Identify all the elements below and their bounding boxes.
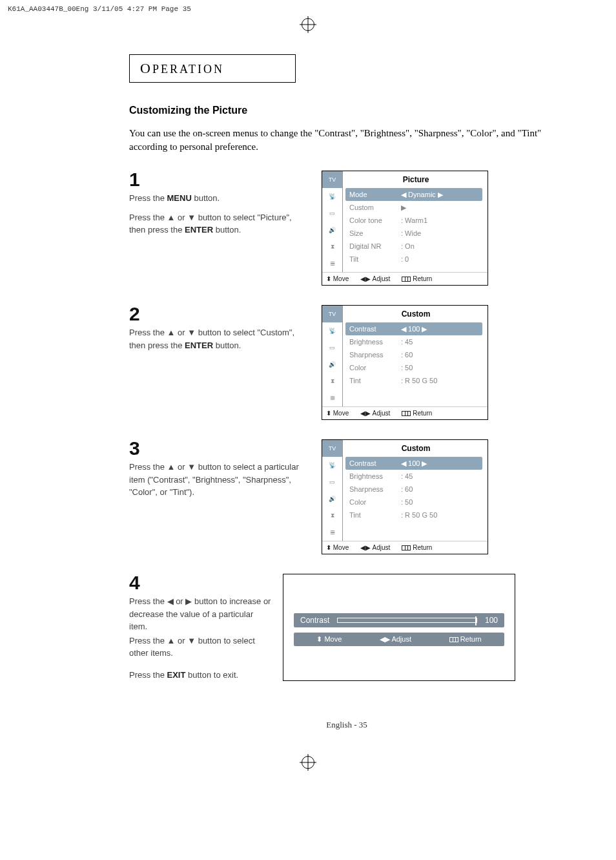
osd-tab-tv: TV bbox=[322, 171, 343, 188]
osd-row: Contrast◀ 100 ▶ bbox=[345, 322, 482, 335]
osd-row-label: Custom bbox=[349, 204, 401, 211]
osd-row-value: : 50 bbox=[401, 498, 482, 506]
sliders-icon: 𝌆 bbox=[322, 390, 343, 406]
osd-row-value: : 0 bbox=[401, 255, 482, 263]
osd-title: Custom bbox=[349, 444, 482, 453]
osd-row-value: ◀ Dynamic ▶ bbox=[401, 191, 482, 199]
step-instruction: Press the EXIT button to exit. bbox=[129, 669, 271, 682]
osd-row-label: Tint bbox=[349, 377, 401, 384]
osd-row-label: Brightness bbox=[349, 338, 401, 346]
osd-row: Color: 50 bbox=[349, 361, 482, 374]
step-instruction: Press the ▲ or ▼ button to select "Custo… bbox=[129, 326, 310, 351]
section-label-box: OPERATION bbox=[129, 54, 296, 83]
hourglass-icon: ⧗ bbox=[322, 507, 343, 524]
osd-row-label: Mode bbox=[349, 191, 401, 198]
osd-row: Color: 50 bbox=[349, 496, 482, 509]
osd-footer: ⬍ Move ◀▶ Adjust Return bbox=[322, 541, 488, 554]
osd-row-value: : R 50 G 50 bbox=[401, 377, 482, 384]
step-number: 2 bbox=[129, 305, 140, 322]
osd-row-label: Color bbox=[349, 364, 401, 372]
intro-paragraph: You can use the on-screen menus to chang… bbox=[129, 127, 564, 154]
hourglass-icon: ⧗ bbox=[322, 373, 343, 390]
osd-row: Sharpness: 60 bbox=[349, 483, 482, 496]
osd-row-value: : 45 bbox=[401, 338, 482, 346]
osd-row-label: Sharpness bbox=[349, 351, 401, 359]
osd-row: Color tone: Warm1 bbox=[349, 214, 482, 227]
osd-row: Custom▶ bbox=[349, 201, 482, 214]
osd-tab-tv: TV bbox=[322, 306, 343, 322]
step-three: 3 Press the ▲ or ▼ button to select a pa… bbox=[129, 439, 564, 554]
osd-row-value: ◀ 100 ▶ bbox=[401, 325, 482, 333]
osd-row-value: ▶ bbox=[401, 204, 482, 212]
osd-row-label: Contrast bbox=[349, 325, 401, 333]
slider-value: 100 bbox=[485, 616, 498, 625]
antenna-icon: 📡 bbox=[322, 322, 343, 339]
osd-picture-menu: TV 📡 ▭ 🔊 ⧗ 𝌆 Picture Mode◀ Dynamic ▶Cust… bbox=[322, 171, 488, 286]
osd-row: Mode◀ Dynamic ▶ bbox=[345, 188, 482, 201]
osd-title: Custom bbox=[349, 309, 482, 319]
print-meta-line: K61A_AA03447B_00Eng 3/11/05 4:27 PM Page… bbox=[0, 0, 616, 18]
osd-rows: Contrast◀ 100 ▶Brightness: 45Sharpness: … bbox=[349, 457, 482, 521]
osd-row-label: Brightness bbox=[349, 472, 401, 480]
osd-custom-menu: TV 📡 ▭ 🔊 ⧗ 𝌆 Custom Contrast◀ 100 ▶Brigh… bbox=[322, 439, 488, 554]
registration-mark-top bbox=[302, 18, 314, 31]
osd-tab-tv: TV bbox=[322, 440, 343, 457]
step-one: 1 Press the MENU button. Press the ▲ or … bbox=[129, 171, 564, 286]
osd-row: Brightness: 45 bbox=[349, 335, 482, 348]
osd-row-label: Digital NR bbox=[349, 242, 401, 250]
osd-row-label: Tilt bbox=[349, 255, 401, 263]
osd-rows: Contrast◀ 100 ▶Brightness: 45Sharpness: … bbox=[349, 322, 482, 387]
osd-row: Digital NR: On bbox=[349, 240, 482, 253]
sliders-icon: 𝌆 bbox=[322, 524, 343, 541]
osd-row-label: Color tone bbox=[349, 216, 401, 224]
pip-icon: ▭ bbox=[322, 339, 343, 356]
osd-row-value: : 60 bbox=[401, 351, 482, 359]
osd-footer: ⬍ Move ◀▶ Adjust Return bbox=[322, 406, 488, 419]
osd-left-tabs: TV 📡 ▭ 🔊 ⧗ 𝌆 bbox=[322, 171, 343, 272]
page-heading: Customizing the Picture bbox=[129, 105, 564, 116]
osd-row-value: : Wide bbox=[401, 229, 482, 237]
osd-rows: Mode◀ Dynamic ▶Custom▶Color tone: Warm1S… bbox=[349, 188, 482, 266]
osd-slider-panel: Contrast 100 ⬍ Move ◀▶ Adjust Return bbox=[283, 574, 515, 681]
step-four: 4 Press the ◀ or ▶ button to increase or… bbox=[129, 574, 564, 681]
osd-row-value: : R 50 G 50 bbox=[401, 511, 482, 519]
osd-title: Picture bbox=[349, 175, 482, 184]
osd-row-label: Tint bbox=[349, 511, 401, 519]
step-instruction: Press the MENU button. bbox=[129, 192, 310, 205]
registration-mark-bottom bbox=[302, 756, 314, 769]
osd-row-value: : On bbox=[401, 242, 482, 250]
osd-row-value: : 50 bbox=[401, 364, 482, 372]
step-number: 3 bbox=[129, 439, 140, 457]
step-two: 2 Press the ▲ or ▼ button to select "Cus… bbox=[129, 305, 564, 420]
osd-row: Contrast◀ 100 ▶ bbox=[345, 457, 482, 470]
osd-footer: ⬍ Move ◀▶ Adjust Return bbox=[322, 272, 488, 285]
osd-row-label: Contrast bbox=[349, 459, 401, 467]
osd-row: Size: Wide bbox=[349, 227, 482, 240]
section-label: OPERATION bbox=[140, 63, 224, 76]
contrast-slider: Contrast 100 bbox=[294, 613, 504, 627]
osd-row-value: : Warm1 bbox=[401, 216, 482, 224]
sliders-icon: 𝌆 bbox=[322, 255, 343, 272]
osd-row: Brightness: 45 bbox=[349, 470, 482, 483]
page-footer: English - 35 bbox=[129, 720, 564, 730]
step-instruction: Press the ▲ or ▼ button to select "Pictu… bbox=[129, 211, 310, 236]
pip-icon: ▭ bbox=[322, 474, 343, 490]
step-instruction: Press the ▲ or ▼ button to select a part… bbox=[129, 461, 310, 499]
hourglass-icon: ⧗ bbox=[322, 238, 343, 255]
speaker-icon: 🔊 bbox=[322, 356, 343, 373]
step-number: 4 bbox=[129, 574, 140, 591]
antenna-icon: 📡 bbox=[322, 188, 343, 205]
osd-row-label: Color bbox=[349, 498, 401, 506]
osd-row: Tint: R 50 G 50 bbox=[349, 374, 482, 387]
osd-row-label: Sharpness bbox=[349, 485, 401, 493]
step-instruction: Press the ▲ or ▼ button to select other … bbox=[129, 635, 271, 660]
osd-row: Tilt: 0 bbox=[349, 253, 482, 266]
antenna-icon: 📡 bbox=[322, 457, 343, 474]
osd-row-value: : 45 bbox=[401, 472, 482, 480]
speaker-icon: 🔊 bbox=[322, 222, 343, 238]
osd-row-label: Size bbox=[349, 229, 401, 237]
osd-row: Tint: R 50 G 50 bbox=[349, 509, 482, 521]
pip-icon: ▭ bbox=[322, 205, 343, 222]
osd-row: Sharpness: 60 bbox=[349, 348, 482, 361]
slider-footer: ⬍ Move ◀▶ Adjust Return bbox=[294, 633, 504, 646]
